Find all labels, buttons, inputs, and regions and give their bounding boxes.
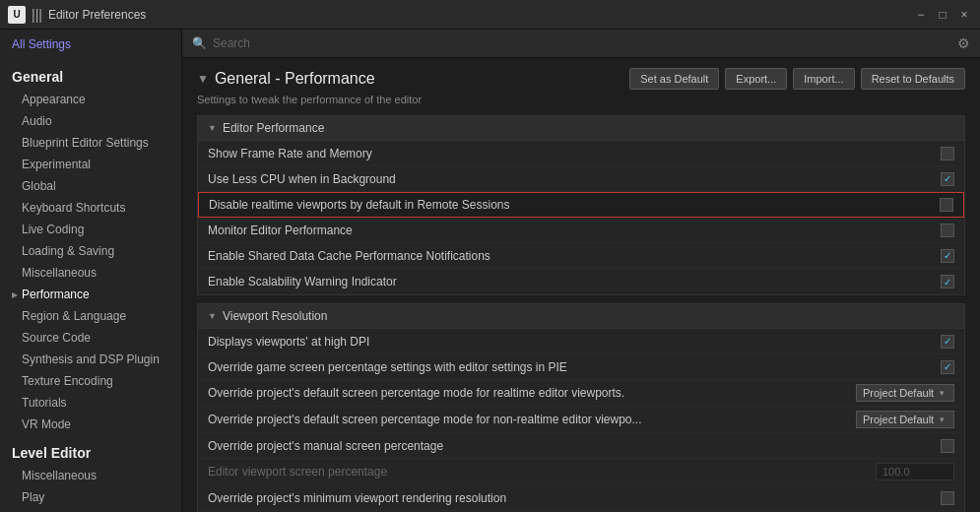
- performance-label: Performance: [22, 288, 90, 301]
- setting-less-cpu-control[interactable]: [941, 172, 954, 186]
- editor-performance-label: Editor Performance: [223, 121, 324, 135]
- setting-high-dpi-control[interactable]: [941, 335, 954, 349]
- override-realtime-select[interactable]: Project Default ▼: [856, 384, 954, 402]
- section-title-row: ▼ General - Performance Set as Default E…: [197, 68, 965, 90]
- sidebar-item-play[interactable]: Play: [0, 486, 181, 508]
- export-button[interactable]: Export...: [725, 68, 787, 90]
- override-nonrealtime-value: Project Default: [863, 414, 934, 425]
- sidebar-item-keyboard[interactable]: Keyboard Shortcuts: [0, 197, 181, 219]
- section-title-text: General - Performance: [215, 70, 375, 88]
- editor-performance-header[interactable]: ▼ Editor Performance: [198, 116, 964, 141]
- action-buttons: Set as Default Export... Import... Reset…: [629, 68, 965, 90]
- sidebar-item-source-code[interactable]: Source Code: [0, 327, 181, 349]
- setting-monitor-perf-control[interactable]: [941, 224, 954, 237]
- sidebar-item-experimental[interactable]: Experimental: [0, 154, 181, 175]
- override-realtime-value: Project Default: [863, 387, 934, 399]
- sidebar-item-synthesis[interactable]: Synthesis and DSP Plugin: [0, 349, 181, 370]
- setting-show-frame-rate: Show Frame Rate and Memory: [198, 141, 964, 166]
- setting-high-dpi: Displays viewports' at high DPI: [198, 329, 964, 354]
- disable-realtime-checkbox[interactable]: [940, 198, 953, 212]
- sidebar-item-miscellaneous[interactable]: Miscellaneous: [0, 262, 181, 284]
- setting-override-pie-control[interactable]: [941, 360, 954, 374]
- sidebar-item-performance[interactable]: ▶ Performance: [0, 284, 181, 305]
- setting-override-nonrealtime-mode-control[interactable]: Project Default ▼: [856, 411, 954, 428]
- setting-disable-realtime-control[interactable]: [940, 198, 953, 212]
- sidebar-item-loading[interactable]: Loading & Saving: [0, 240, 181, 262]
- setting-override-nonrealtime-mode-label: Override project's default screen percen…: [208, 413, 856, 426]
- setting-viewport-pct: Editor viewport screen percentage: [198, 459, 964, 485]
- monitor-perf-checkbox[interactable]: [941, 224, 954, 237]
- sidebar-item-audio[interactable]: Audio: [0, 110, 181, 132]
- override-pie-checkbox[interactable]: [941, 360, 954, 374]
- shared-cache-checkbox[interactable]: [941, 249, 954, 263]
- setting-show-frame-rate-control[interactable]: [941, 147, 954, 160]
- search-icon: 🔍: [192, 36, 207, 50]
- setting-disable-realtime: Disable realtime viewports by default in…: [198, 192, 964, 218]
- setting-manual-pct-label: Override project's manual screen percent…: [208, 439, 941, 453]
- setting-scalability: Enable Scalability Warning Indicator: [198, 269, 964, 294]
- high-dpi-checkbox[interactable]: [941, 335, 954, 349]
- import-button[interactable]: Import...: [793, 68, 854, 90]
- setting-override-pie-label: Override game screen percentage settings…: [208, 360, 941, 374]
- setting-override-min-res-control[interactable]: [941, 491, 954, 505]
- setting-high-dpi-label: Displays viewports' at high DPI: [208, 335, 941, 349]
- sidebar-item-vr[interactable]: VR Mode: [0, 414, 181, 435]
- sidebar-item-live-coding[interactable]: Live Coding: [0, 219, 181, 240]
- performance-arrow-icon: ▶: [12, 290, 18, 299]
- maximize-button[interactable]: □: [935, 7, 950, 23]
- section-subtitle: Settings to tweak the performance of the…: [197, 94, 965, 105]
- main-container: All Settings General Appearance Audio Bl…: [0, 30, 980, 512]
- setting-viewport-pct-control[interactable]: [876, 463, 954, 480]
- setting-scalability-label: Enable Scalability Warning Indicator: [208, 275, 941, 288]
- editor-performance-arrow: ▼: [208, 123, 217, 133]
- content-scroll: ▼ General - Performance Set as Default E…: [182, 58, 980, 512]
- titlebar: U ||| Editor Preferences − □ ×: [0, 0, 980, 30]
- search-input[interactable]: [213, 36, 951, 50]
- setting-shared-cache: Enable Shared Data Cache Performance Not…: [198, 243, 964, 269]
- scalability-checkbox[interactable]: [941, 275, 954, 288]
- section-title: ▼ General - Performance: [197, 70, 375, 88]
- setting-override-realtime-mode-control[interactable]: Project Default ▼: [856, 384, 954, 402]
- all-settings-link[interactable]: All Settings: [0, 30, 181, 59]
- sidebar-section-level-editor: Level Editor: [0, 435, 181, 465]
- sidebar-item-blueprint[interactable]: Blueprint Editor Settings: [0, 132, 181, 154]
- close-button[interactable]: ×: [956, 7, 972, 23]
- setting-override-pie: Override game screen percentage settings…: [198, 354, 964, 380]
- editor-performance-subsection: ▼ Editor Performance Show Frame Rate and…: [197, 115, 965, 295]
- sidebar-section-general: General: [0, 59, 181, 89]
- setting-viewport-pct-label: Editor viewport screen percentage: [208, 465, 876, 479]
- setting-scalability-control[interactable]: [941, 275, 954, 288]
- sidebar-item-appearance[interactable]: Appearance: [0, 89, 181, 110]
- less-cpu-checkbox[interactable]: [941, 172, 954, 186]
- sidebar-item-tutorials[interactable]: Tutorials: [0, 392, 181, 414]
- viewport-pct-input[interactable]: [876, 463, 954, 480]
- sidebar: All Settings General Appearance Audio Bl…: [0, 30, 182, 512]
- sidebar-item-global[interactable]: Global: [0, 175, 181, 197]
- set-default-button[interactable]: Set as Default: [629, 68, 719, 90]
- manual-pct-checkbox[interactable]: [941, 439, 954, 453]
- setting-override-min-res-label: Override project's minimum viewport rend…: [208, 491, 941, 505]
- show-frame-rate-checkbox[interactable]: [941, 147, 954, 160]
- setting-override-min-res: Override project's minimum viewport rend…: [198, 485, 964, 511]
- setting-less-cpu: Use Less CPU when in Background: [198, 166, 964, 192]
- section-collapse-arrow[interactable]: ▼: [197, 72, 209, 86]
- menu-icon[interactable]: |||: [32, 7, 42, 23]
- sidebar-item-region[interactable]: Region & Language: [0, 305, 181, 327]
- reset-button[interactable]: Reset to Defaults: [861, 68, 965, 90]
- override-nonrealtime-arrow-icon: ▼: [938, 416, 946, 424]
- override-min-res-checkbox[interactable]: [941, 491, 954, 505]
- viewport-resolution-header[interactable]: ▼ Viewport Resolution: [198, 304, 964, 329]
- setting-shared-cache-control[interactable]: [941, 249, 954, 263]
- sidebar-item-level-misc[interactable]: Miscellaneous: [0, 465, 181, 486]
- setting-shared-cache-label: Enable Shared Data Cache Performance Not…: [208, 249, 941, 263]
- setting-less-cpu-label: Use Less CPU when in Background: [208, 172, 941, 186]
- viewport-resolution-subsection: ▼ Viewport Resolution Displays viewports…: [197, 303, 965, 512]
- setting-override-realtime-mode-label: Override project's default screen percen…: [208, 386, 856, 400]
- sidebar-item-texture[interactable]: Texture Encoding: [0, 370, 181, 392]
- settings-gear-icon[interactable]: ⚙: [957, 35, 970, 51]
- sidebar-item-play-credentials[interactable]: Play Credentials: [0, 508, 181, 512]
- setting-manual-pct-control[interactable]: [941, 439, 954, 453]
- minimize-button[interactable]: −: [913, 7, 929, 23]
- setting-manual-pct: Override project's manual screen percent…: [198, 433, 964, 459]
- override-nonrealtime-select[interactable]: Project Default ▼: [856, 411, 954, 428]
